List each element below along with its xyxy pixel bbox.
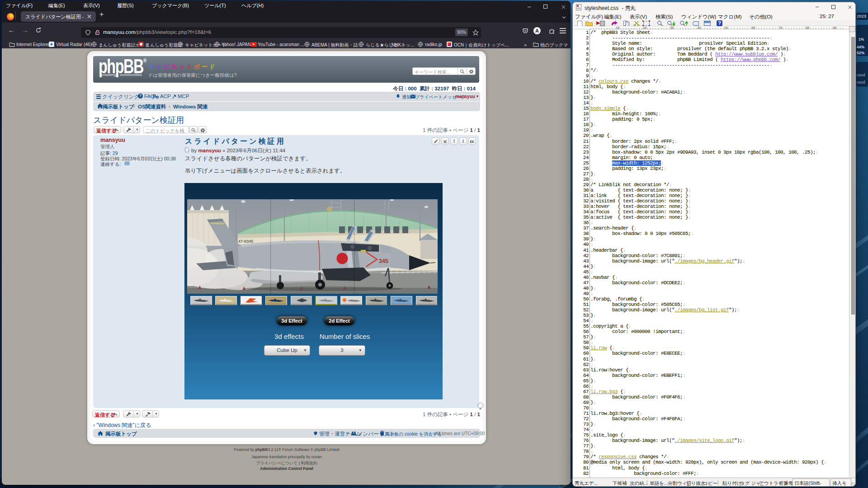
svg-text:47-8345: 47-8345 [238, 239, 253, 244]
svg-text:345: 345 [379, 258, 388, 264]
